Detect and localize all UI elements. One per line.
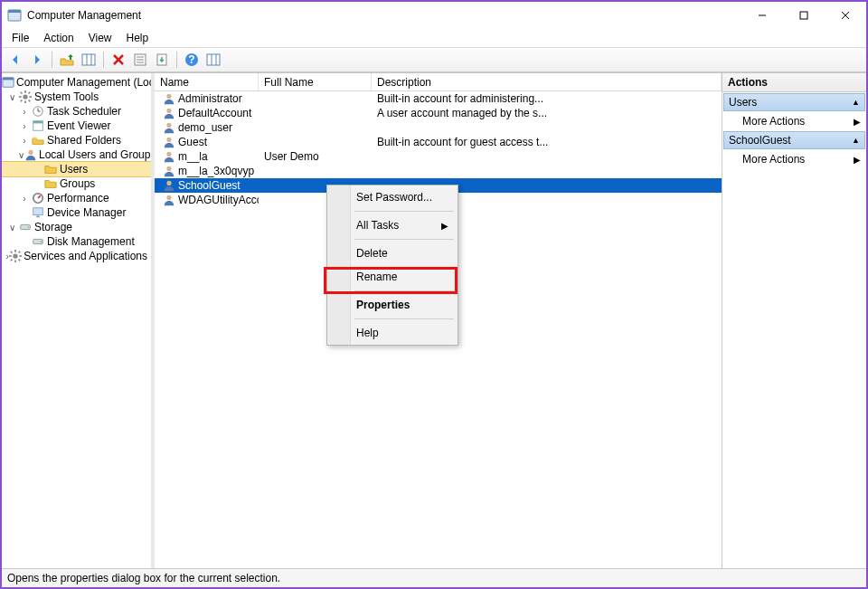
titlebar: Computer Management [2,2,866,29]
tree-task-scheduler[interactable]: › Task Scheduler [2,104,151,119]
tree-root[interactable]: Computer Management (Local [2,75,151,90]
tree-groups[interactable]: Groups [2,176,151,191]
tree-label: Shared Folders [47,134,121,147]
ctx-set-password[interactable]: Set Password... [327,185,458,209]
tree-storage[interactable]: ∨ Storage [2,220,151,234]
user-icon [162,135,176,149]
task-scheduler-icon [31,104,45,119]
help-icon [184,52,199,67]
submenu-arrow-icon: ▶ [854,117,861,127]
maximize-icon [799,11,808,20]
toolbar-forward-button[interactable] [27,50,47,70]
forward-icon [30,52,44,67]
ctx-all-tasks[interactable]: All Tasks▶ [327,214,458,237]
menu-help[interactable]: Help [120,30,156,46]
tree-users[interactable]: Users [2,162,151,176]
toolbar-up-button[interactable] [57,50,77,70]
shared-folders-icon [31,133,45,147]
local-users-groups-icon [24,147,37,162]
ctx-rename[interactable]: Rename [327,265,458,289]
collapse-icon[interactable]: ∨ [18,150,24,160]
actions-group-users[interactable]: Users ▲ [723,93,865,111]
tree-performance[interactable]: › Performance [2,191,151,205]
window-title: Computer Management [27,9,741,22]
view-icon [206,52,221,67]
user-row[interactable]: m__la_3x0qvyp [155,164,722,178]
column-header-name[interactable]: Name [155,73,259,90]
menu-view[interactable]: View [82,30,118,46]
close-icon [841,11,850,20]
statusbar-text: Opens the properties dialog box for the … [7,572,280,584]
submenu-arrow-icon: ▶ [854,155,861,165]
context-menu-separator [354,318,454,319]
close-button[interactable] [825,2,866,29]
tree-label: Storage [34,221,72,233]
tree-shared-folders[interactable]: › Shared Folders [2,133,151,147]
event-viewer-icon [31,119,45,133]
tree-device-manager[interactable]: Device Manager [2,205,151,220]
toolbar-properties-button[interactable] [130,50,150,70]
user-row[interactable]: AdministratorBuilt-in account for admini… [155,91,722,106]
actions-group-label: Users [729,96,757,109]
ctx-help[interactable]: Help [327,321,458,345]
ctx-delete[interactable]: Delete [327,242,458,265]
toolbar-separator [176,52,177,68]
tree-system-tools[interactable]: ∨ System Tools [2,90,151,104]
user-row[interactable]: demo_user [155,120,722,135]
context-menu-separator [354,239,454,240]
user-row[interactable]: m__laUser Demo [155,149,722,164]
user-row[interactable]: DefaultAccountA user account managed by … [155,106,722,120]
maximize-button[interactable] [783,2,825,29]
collapse-icon[interactable]: ∨ [5,92,18,102]
expand-icon[interactable]: › [18,121,31,131]
user-row[interactable]: GuestBuilt-in account for guest access t… [155,135,722,149]
minimize-button[interactable] [741,2,783,29]
user-description: Built-in account for guest access t... [372,136,722,148]
actions-group-label: SchoolGuest [729,134,791,147]
actions-more-actions-1[interactable]: More Actions ▶ [722,112,866,130]
svg-rect-36 [800,12,807,19]
app-icon [7,8,22,23]
tree-pane: Computer Management (Local ∨ System Tool… [2,73,151,568]
tree-label: Groups [60,177,95,190]
menu-file[interactable]: File [5,30,35,46]
ctx-label: Rename [356,271,397,283]
tree-event-viewer[interactable]: › Event Viewer [2,119,151,133]
tree-local-users-groups[interactable]: ∨ Local Users and Groups [2,147,151,162]
device-manager-icon [31,205,45,220]
tree-label: System Tools [34,90,99,103]
collapse-icon[interactable]: ∨ [5,223,18,233]
menubar: File Action View Help [2,29,866,47]
toolbar-delete-button[interactable] [108,50,128,70]
system-tools-icon [18,90,33,104]
user-description: A user account managed by the s... [372,107,722,119]
menu-action[interactable]: Action [37,30,80,46]
toolbar-help-button[interactable] [182,50,202,70]
toolbar-panes-button[interactable] [79,50,99,70]
expand-icon[interactable]: › [18,107,31,117]
tree-label: Disk Management [47,235,135,248]
services-apps-icon [9,249,22,263]
expand-icon[interactable]: › [18,136,31,146]
ctx-properties[interactable]: Properties [327,293,458,317]
user-icon [162,164,176,178]
users-list-pane: Name Full Name Description Administrator… [155,73,722,568]
toolbar-back-button[interactable] [5,50,25,70]
toolbar [2,47,866,72]
actions-more-actions-2[interactable]: More Actions ▶ [722,150,866,168]
toolbar-export-button[interactable] [152,50,172,70]
tree-services-apps[interactable]: › Services and Applications [2,249,151,263]
actions-group-schoolguest[interactable]: SchoolGuest ▲ [723,131,865,149]
column-header-fullname[interactable]: Full Name [259,73,372,90]
tree-label: Users [60,163,88,176]
tree-label: Device Manager [47,206,126,219]
column-header-description[interactable]: Description [372,73,722,90]
toolbar-refresh-button[interactable] [203,50,223,70]
users-rows: AdministratorBuilt-in account for admini… [155,91,722,568]
user-icon [162,106,176,120]
context-menu-separator [354,211,454,212]
tree-disk-management[interactable]: Disk Management [2,234,151,249]
user-name: Administrator [178,92,242,105]
collapse-triangle-icon: ▲ [852,136,860,145]
expand-icon[interactable]: › [18,194,31,204]
